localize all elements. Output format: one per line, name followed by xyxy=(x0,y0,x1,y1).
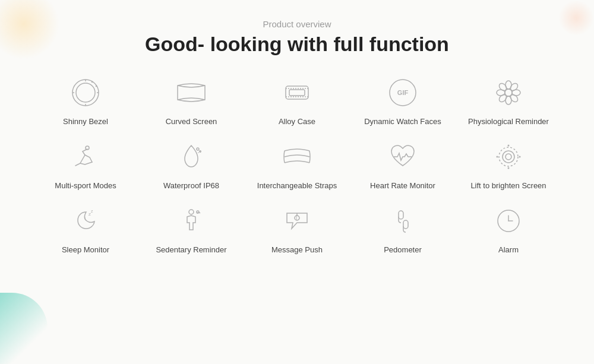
section-label: Product overview xyxy=(36,19,558,29)
feature-alloy-case: Alloy Case xyxy=(247,74,347,127)
svg-point-29 xyxy=(505,154,511,160)
feature-heart-rate-monitor: Heart Rate Monitor xyxy=(353,138,453,191)
feature-message-push: i Message Push xyxy=(247,202,347,255)
svg-point-30 xyxy=(508,145,510,147)
svg-point-36 xyxy=(189,210,194,214)
alloy-case-icon xyxy=(278,74,316,112)
feature-alloy-case-label: Alloy Case xyxy=(279,116,315,127)
feature-curved-screen-label: Curved Screen xyxy=(166,116,217,127)
feature-physiological-reminder-label: Physiological Reminder xyxy=(468,116,549,127)
feature-physiological-reminder: Physiological Reminder xyxy=(459,74,558,127)
feature-alarm-label: Alarm xyxy=(498,245,519,255)
sleep-icon: z z xyxy=(67,202,105,240)
feature-lift-to-brighten-label: Lift to brighten Screen xyxy=(470,181,546,191)
heart-rate-icon xyxy=(384,138,422,176)
svg-point-7 xyxy=(96,86,97,87)
feature-pedometer-label: Pedometer xyxy=(384,245,422,255)
svg-point-33 xyxy=(519,156,521,158)
feature-waterproof-ip68: Waterproof IP68 xyxy=(141,138,241,191)
curved-screen-icon xyxy=(172,74,210,112)
feature-alarm: Alarm xyxy=(459,202,558,255)
svg-text:i: i xyxy=(296,214,297,221)
svg-point-21 xyxy=(509,82,519,92)
features-grid: Shinny Bezel Curved Screen xyxy=(36,74,558,256)
svg-point-24 xyxy=(197,148,199,150)
message-icon: i xyxy=(278,202,316,240)
water-icon xyxy=(172,138,210,176)
feature-interchangeable-straps: Interchangeable Straps xyxy=(247,138,347,191)
feature-multi-sport-modes: Multi-sport Modes xyxy=(36,138,135,191)
feature-shinny-bezel-label: Shinny Bezel xyxy=(63,116,108,127)
feature-dynamic-watch-faces: GIF Dynamic Watch Faces xyxy=(353,74,453,127)
alarm-icon xyxy=(489,202,527,240)
section-title: Good- looking with full function xyxy=(36,33,558,56)
svg-point-1 xyxy=(76,83,95,102)
flower-icon xyxy=(489,74,527,112)
svg-point-26 xyxy=(198,152,199,153)
svg-rect-42 xyxy=(403,220,408,229)
svg-point-32 xyxy=(497,156,498,158)
svg-point-19 xyxy=(498,82,508,92)
svg-point-27 xyxy=(503,151,514,163)
bezel-icon xyxy=(67,74,105,112)
feature-message-push-label: Message Push xyxy=(271,245,323,255)
svg-point-22 xyxy=(498,93,508,103)
svg-point-28 xyxy=(499,147,518,166)
feature-waterproof-ip68-label: Waterproof IP68 xyxy=(163,181,219,191)
feature-pedometer: Pedometer xyxy=(353,202,453,255)
svg-point-25 xyxy=(200,151,201,152)
feature-sedentary-reminder-label: Sedentary Reminder xyxy=(156,245,226,255)
feature-multi-sport-modes-label: Multi-sport Modes xyxy=(55,181,116,191)
svg-text:GIF: GIF xyxy=(397,89,409,96)
gif-icon: GIF xyxy=(384,74,422,112)
svg-point-31 xyxy=(508,167,510,169)
svg-text:z: z xyxy=(91,209,93,213)
svg-rect-9 xyxy=(289,90,305,96)
svg-point-6 xyxy=(91,81,93,83)
svg-point-20 xyxy=(509,93,519,103)
feature-dynamic-watch-faces-label: Dynamic Watch Faces xyxy=(364,116,441,127)
sedentary-icon xyxy=(172,202,210,240)
feature-sedentary-reminder: Sedentary Reminder xyxy=(141,202,241,255)
feature-heart-rate-monitor-label: Heart Rate Monitor xyxy=(370,181,435,191)
straps-icon xyxy=(278,138,316,176)
feature-interchangeable-straps-label: Interchangeable Straps xyxy=(257,181,337,191)
feature-lift-to-brighten: Lift to brighten Screen xyxy=(459,138,558,191)
feature-sleep-monitor-label: Sleep Monitor xyxy=(62,245,109,255)
feature-curved-screen: Curved Screen xyxy=(141,74,241,127)
feature-shinny-bezel: Shinny Bezel xyxy=(36,74,135,127)
sport-icon xyxy=(67,138,105,176)
svg-rect-41 xyxy=(399,211,403,219)
brightness-icon xyxy=(489,138,527,176)
pedometer-icon xyxy=(384,202,422,240)
feature-sleep-monitor: z z Sleep Monitor xyxy=(36,202,135,255)
